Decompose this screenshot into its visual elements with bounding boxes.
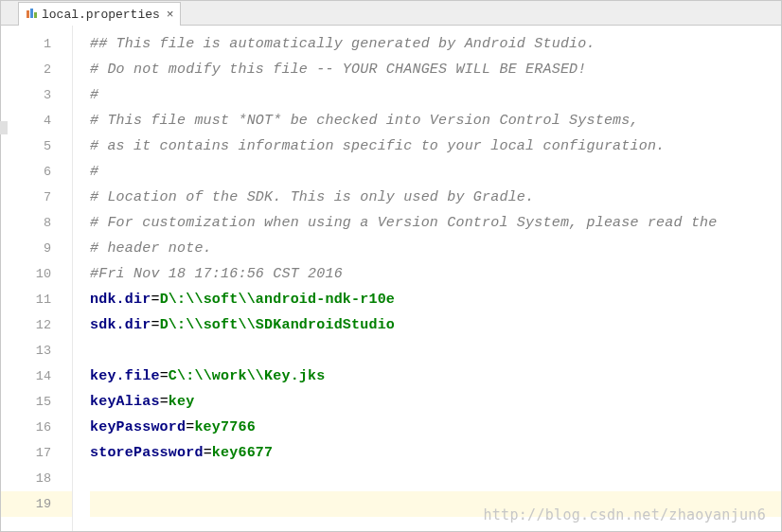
property-key: keyPassword: [90, 419, 186, 435]
code-line[interactable]: [90, 466, 781, 491]
code-line[interactable]: # Do not modify this file -- YOUR CHANGE…: [90, 57, 781, 82]
line-number: 9: [1, 236, 72, 261]
property-value: key6677: [212, 445, 273, 461]
line-number: 4: [1, 108, 72, 133]
line-number: 7: [1, 185, 72, 210]
comment-text: #Fri Nov 18 17:16:56 CST 2016: [90, 266, 343, 282]
line-number: 5: [1, 133, 72, 159]
code-line[interactable]: #: [90, 82, 781, 108]
equals-sign: =: [160, 368, 169, 384]
tab-local-properties[interactable]: local.properties ×: [18, 2, 181, 26]
comment-text: # This file must *NOT* be checked into V…: [90, 113, 639, 129]
code-line[interactable]: #Fri Nov 18 17:16:56 CST 2016: [90, 261, 781, 287]
svg-rect-0: [27, 10, 29, 18]
gutter: 12345678910111213141516171819: [1, 26, 73, 531]
properties-file-icon: [25, 8, 38, 21]
code-line[interactable]: [90, 491, 781, 517]
line-number: 13: [1, 338, 72, 364]
code-area[interactable]: ## This file is automatically generated …: [73, 26, 781, 531]
line-number: 2: [1, 57, 72, 82]
code-line[interactable]: [90, 338, 781, 364]
line-number: 3: [1, 82, 72, 108]
fold-marker: [0, 121, 8, 134]
line-number: 19: [1, 491, 72, 517]
comment-text: # For customization when using a Version…: [90, 215, 718, 231]
line-number: 15: [1, 389, 72, 415]
code-line[interactable]: sdk.dir=D\:\\soft\\SDKandroidStudio: [90, 312, 781, 338]
comment-text: #: [90, 87, 98, 103]
property-value: key7766: [194, 419, 255, 435]
property-key: ndk.dir: [90, 292, 151, 308]
code-line[interactable]: # header note.: [90, 236, 781, 261]
line-number: 6: [1, 159, 72, 185]
line-number: 10: [1, 261, 72, 287]
code-line[interactable]: #: [90, 159, 781, 185]
property-key: storePassword: [90, 445, 204, 461]
property-value: key: [169, 394, 195, 410]
comment-text: # Location of the SDK. This is only used…: [90, 189, 534, 205]
code-line[interactable]: keyPassword=key7766: [90, 415, 781, 440]
property-key: keyAlias: [90, 394, 160, 410]
svg-rect-2: [34, 12, 37, 18]
tab-filename: local.properties: [42, 8, 160, 22]
line-number: 8: [1, 210, 72, 236]
comment-text: ## This file is automatically generated …: [90, 36, 595, 52]
line-number: 12: [1, 312, 72, 338]
property-value: D\:\\soft\\SDKandroidStudio: [160, 317, 395, 333]
code-line[interactable]: # Location of the SDK. This is only used…: [90, 185, 781, 210]
equals-sign: =: [151, 317, 159, 333]
svg-rect-1: [30, 9, 33, 18]
close-icon[interactable]: ×: [167, 8, 174, 22]
code-line[interactable]: # This file must *NOT* be checked into V…: [90, 108, 781, 133]
code-line[interactable]: ndk.dir=D\:\\soft\\android-ndk-r10e: [90, 287, 781, 312]
editor[interactable]: 12345678910111213141516171819 ## This fi…: [1, 26, 781, 531]
equals-sign: =: [160, 394, 169, 410]
line-number: 14: [1, 364, 72, 389]
equals-sign: =: [204, 445, 212, 461]
line-number: 16: [1, 415, 72, 440]
equals-sign: =: [151, 292, 159, 308]
line-number: 1: [1, 31, 72, 57]
code-line[interactable]: keyAlias=key: [90, 389, 781, 415]
code-line[interactable]: key.file=C\:\\work\\Key.jks: [90, 364, 781, 389]
code-line[interactable]: storePassword=key6677: [90, 440, 781, 466]
code-line[interactable]: # For customization when using a Version…: [90, 210, 781, 236]
comment-text: # Do not modify this file -- YOUR CHANGE…: [90, 62, 586, 78]
property-key: key.file: [90, 368, 160, 384]
line-number: 11: [1, 287, 72, 312]
line-number: 17: [1, 440, 72, 466]
code-line[interactable]: # as it contains information specific to…: [90, 133, 781, 159]
property-value: D\:\\soft\\android-ndk-r10e: [160, 292, 395, 308]
property-value: C\:\\work\\Key.jks: [169, 368, 326, 384]
code-line[interactable]: ## This file is automatically generated …: [90, 31, 781, 57]
comment-text: # header note.: [90, 240, 212, 257]
tab-bar: local.properties ×: [1, 1, 781, 26]
comment-text: # as it contains information specific to…: [90, 138, 665, 154]
comment-text: #: [90, 164, 98, 180]
property-key: sdk.dir: [90, 317, 151, 333]
line-number: 18: [1, 466, 72, 491]
